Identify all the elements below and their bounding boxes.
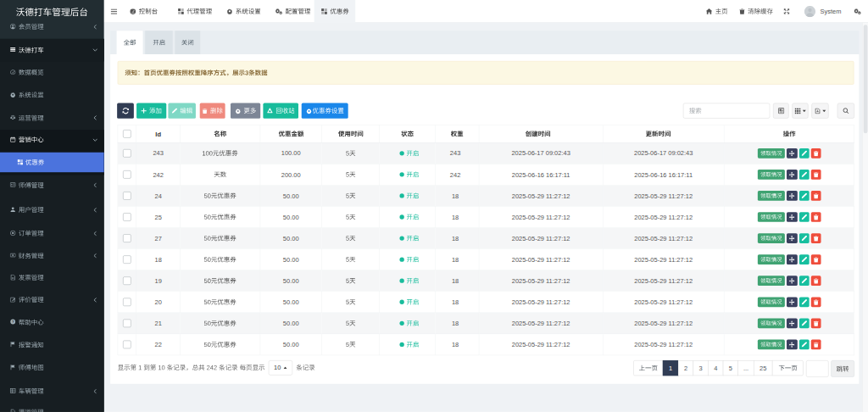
- svg-text:?: ?: [12, 320, 14, 324]
